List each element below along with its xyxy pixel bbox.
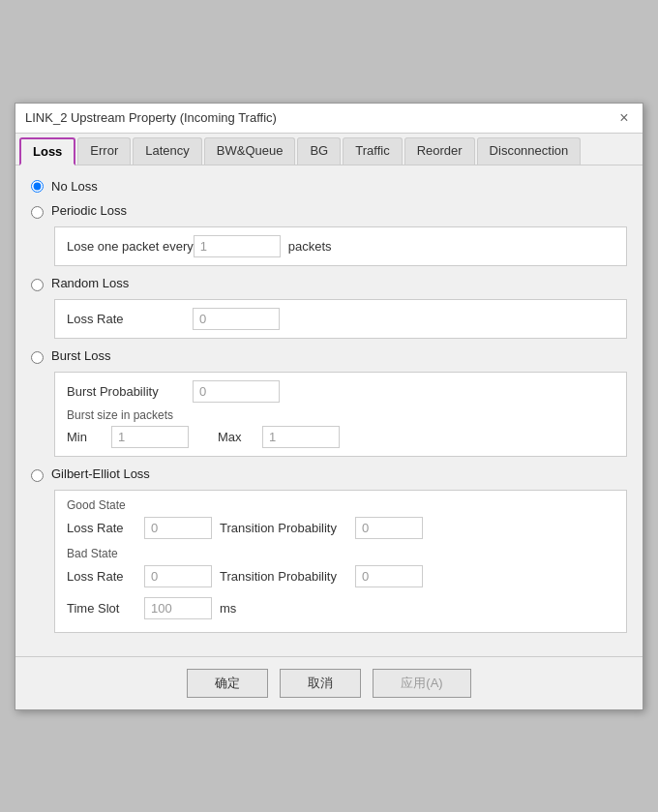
bad-trans-prob-label: Transition Probability (220, 569, 355, 584)
tab-bg[interactable]: BG (297, 137, 341, 165)
tab-loss[interactable]: Loss (19, 137, 75, 165)
periodic-loss-input[interactable] (194, 235, 281, 257)
good-trans-prob-input[interactable] (355, 517, 423, 539)
window-title: LINK_2 Upstream Property (Incoming Traff… (25, 110, 277, 125)
periodic-loss-unit: packets (288, 239, 332, 254)
burst-loss-group: Burst Loss Burst Probability Burst size … (31, 348, 627, 457)
good-loss-rate-input[interactable] (144, 517, 212, 539)
random-loss-input[interactable] (193, 308, 280, 330)
burst-prob-field-row: Burst Probability (67, 380, 614, 403)
main-window: LINK_2 Upstream Property (Incoming Traff… (15, 103, 643, 710)
good-state-label: Good State (67, 498, 614, 512)
close-button[interactable]: × (615, 109, 633, 127)
burst-loss-radio-row: Burst Loss (31, 348, 627, 364)
time-slot-label: Time Slot (67, 601, 144, 616)
bad-trans-prob-input[interactable] (355, 565, 423, 587)
bad-state-row: Loss Rate Transition Probability (67, 565, 614, 587)
burst-prob-label: Burst Probability (67, 384, 193, 399)
random-loss-group: Random Loss Loss Rate (31, 276, 627, 339)
burst-prob-input[interactable] (193, 380, 280, 403)
ge-loss-box: Good State Loss Rate Transition Probabil… (54, 490, 627, 633)
good-state-row: Loss Rate Transition Probability (67, 517, 614, 539)
tab-latency[interactable]: Latency (133, 137, 202, 165)
good-trans-prob-label: Transition Probability (220, 521, 355, 535)
time-slot-unit: ms (220, 601, 236, 616)
time-slot-row: Time Slot ms (67, 597, 614, 619)
random-loss-radio[interactable] (31, 279, 44, 291)
ge-loss-radio-row: Gilbert-Elliot Loss (31, 466, 627, 482)
periodic-loss-label: Periodic Loss (51, 203, 127, 218)
ge-loss-label: Gilbert-Elliot Loss (51, 466, 150, 481)
periodic-loss-group: Periodic Loss Lose one packet every pack… (31, 203, 627, 266)
tab-bar: Loss Error Latency BW&Queue BG Traffic R… (15, 134, 643, 165)
ge-loss-group: Gilbert-Elliot Loss Good State Loss Rate… (31, 466, 627, 633)
random-loss-field-row: Loss Rate (67, 308, 614, 330)
cancel-button[interactable]: 取消 (280, 669, 361, 698)
periodic-loss-radio[interactable] (31, 206, 44, 219)
burst-max-label: Max (218, 430, 253, 444)
no-loss-radio[interactable] (31, 180, 44, 193)
tab-bwqueue[interactable]: BW&Queue (204, 137, 296, 165)
good-loss-rate-label: Loss Rate (67, 521, 144, 535)
tab-disconnection[interactable]: Disconnection (477, 137, 582, 165)
time-slot-input[interactable] (144, 597, 212, 619)
burst-loss-radio[interactable] (31, 351, 44, 364)
apply-button[interactable]: 应用(A) (373, 669, 470, 698)
burst-size-sublabel: Burst size in packets (67, 408, 614, 422)
ge-loss-radio[interactable] (31, 469, 44, 482)
footer: 确定 取消 应用(A) (15, 656, 643, 709)
tab-error[interactable]: Error (77, 137, 131, 165)
bad-loss-rate-input[interactable] (144, 565, 212, 587)
bad-loss-rate-label: Loss Rate (67, 569, 144, 584)
burst-size-row: Min Max (67, 426, 614, 448)
periodic-loss-radio-row: Periodic Loss (31, 203, 627, 219)
random-loss-label: Random Loss (51, 276, 129, 290)
no-loss-label: No Loss (51, 179, 98, 194)
random-loss-box: Loss Rate (54, 299, 627, 339)
tab-traffic[interactable]: Traffic (343, 137, 402, 165)
periodic-loss-field-row: Lose one packet every packets (67, 235, 614, 257)
random-loss-rate-label: Loss Rate (67, 312, 193, 326)
tab-reorder[interactable]: Reorder (404, 137, 475, 165)
random-loss-radio-row: Random Loss (31, 276, 627, 291)
burst-loss-label: Burst Loss (51, 348, 110, 363)
burst-min-input[interactable] (111, 426, 189, 448)
confirm-button[interactable]: 确定 (187, 669, 268, 698)
burst-max-input[interactable] (262, 426, 340, 448)
tab-content: No Loss Periodic Loss Lose one packet ev… (15, 165, 643, 656)
title-bar: LINK_2 Upstream Property (Incoming Traff… (15, 104, 643, 134)
burst-loss-box: Burst Probability Burst size in packets … (54, 372, 627, 457)
periodic-loss-box: Lose one packet every packets (54, 226, 627, 266)
bad-state-label: Bad State (67, 547, 614, 560)
burst-min-label: Min (67, 430, 102, 444)
no-loss-row: No Loss (31, 179, 627, 194)
lose-one-label: Lose one packet every (67, 239, 194, 254)
